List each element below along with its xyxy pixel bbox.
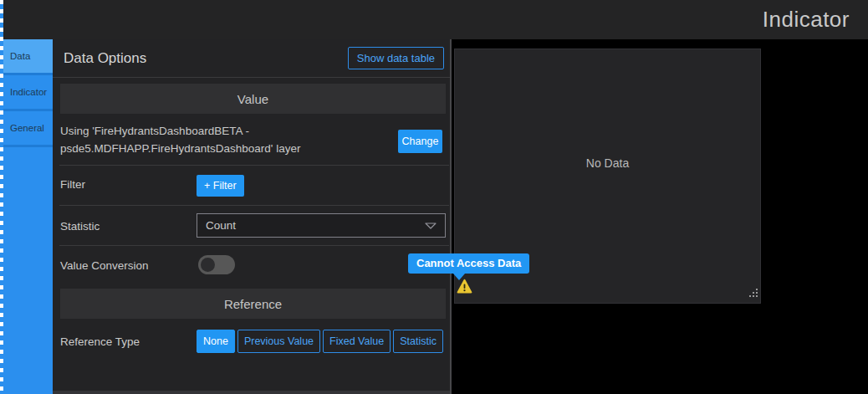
sidebar: Data Indicator General — [3, 39, 53, 394]
statistic-label: Statistic — [60, 220, 100, 233]
value-section-header-label: Value — [237, 92, 268, 106]
data-options-panel: Data Options Show data table Value Using… — [53, 39, 452, 394]
tab-data-label: Data — [10, 51, 30, 61]
tab-general-label: General — [10, 123, 44, 133]
statistic-dropdown[interactable]: Count — [197, 213, 446, 238]
topbar: Indicator — [0, 0, 868, 39]
reference-option-fixed-value[interactable]: Fixed Value — [323, 330, 391, 353]
divider — [59, 165, 449, 166]
panel-header: Data Options Show data table — [53, 39, 450, 78]
value-section-header: Value — [60, 84, 446, 114]
reference-option-none[interactable]: None — [197, 330, 235, 353]
cannot-access-data-tooltip: Cannot Access Data — [408, 253, 529, 274]
statistic-dropdown-value: Count — [206, 219, 236, 232]
value-conversion-label: Value Conversion — [60, 259, 149, 272]
tooltip-tail — [453, 274, 465, 280]
no-data-label: No Data — [455, 156, 760, 170]
tab-general[interactable]: General — [3, 111, 53, 147]
change-layer-button[interactable]: Change — [398, 130, 442, 153]
tab-data[interactable]: Data — [3, 39, 53, 75]
tooltip-text: Cannot Access Data — [416, 257, 521, 269]
panel-title: Data Options — [64, 50, 146, 67]
panel-bottom-strip — [53, 391, 450, 394]
reference-type-button-group: None Previous Value Fixed Value Statisti… — [197, 330, 443, 353]
filter-label: Filter — [60, 178, 85, 191]
resize-grip-icon[interactable] — [747, 286, 758, 301]
layer-info-text: Using 'FireHydrantsDashboardBETA - psde5… — [60, 122, 391, 157]
indicator-config-screen: Indicator Data Indicator General Data Op… — [0, 0, 868, 394]
widget-title: Indicator — [763, 7, 850, 33]
reference-section-header-label: Reference — [224, 297, 282, 311]
divider — [59, 245, 449, 246]
chevron-down-icon — [425, 223, 437, 229]
value-conversion-toggle[interactable] — [198, 255, 235, 274]
tab-indicator[interactable]: Indicator — [3, 75, 53, 111]
show-data-table-button[interactable]: Show data table — [348, 47, 444, 69]
tab-indicator-label: Indicator — [10, 87, 47, 97]
toggle-knob — [201, 258, 215, 272]
reference-option-statistic[interactable]: Statistic — [393, 330, 443, 353]
reference-type-label: Reference Type — [60, 335, 140, 348]
divider — [59, 205, 449, 206]
warning-triangle-icon[interactable] — [457, 279, 472, 298]
selection-dashed-border — [0, 0, 3, 394]
reference-option-previous-value[interactable]: Previous Value — [237, 330, 320, 353]
reference-section-header: Reference — [60, 289, 446, 319]
add-filter-button[interactable]: + Filter — [197, 175, 244, 197]
